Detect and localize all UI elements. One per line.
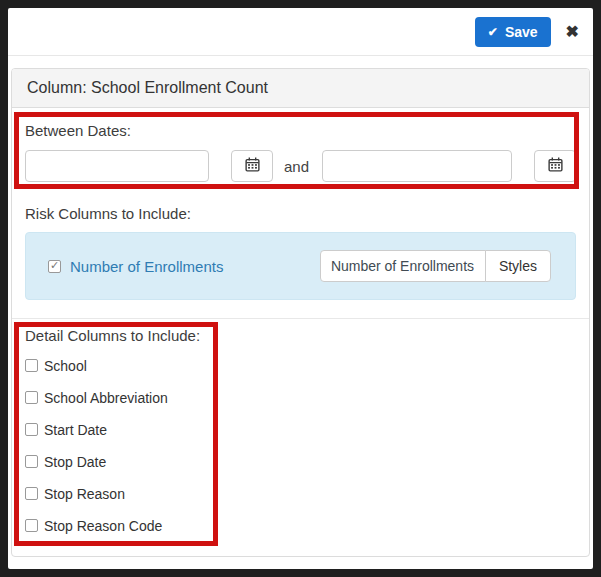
risk-columns-section: Risk Columns to Include: Number of Enrol…: [25, 205, 576, 300]
detail-columns-label: Detail Columns to Include:: [25, 327, 576, 344]
calendar-icon: [548, 157, 563, 175]
stop-date-checkbox[interactable]: [25, 455, 38, 468]
stop-reason-checkbox[interactable]: [25, 487, 38, 500]
stop-reason-label: Stop Reason: [44, 486, 125, 502]
detail-column-row[interactable]: Start Date: [25, 422, 576, 437]
number-of-enrollments-checkbox[interactable]: [48, 260, 61, 273]
school-checkbox[interactable]: [25, 359, 38, 372]
between-dates-section: Between Dates:: [25, 122, 576, 182]
styles-button[interactable]: Styles: [485, 250, 551, 282]
detail-column-row[interactable]: School: [25, 358, 576, 373]
stop-reason-code-checkbox[interactable]: [25, 519, 38, 532]
detail-column-row[interactable]: Stop Reason: [25, 486, 576, 501]
school-abbreviation-checkbox[interactable]: [25, 391, 38, 404]
close-icon[interactable]: ✖: [566, 24, 579, 40]
start-date-checkbox[interactable]: [25, 423, 38, 436]
detail-column-row[interactable]: Stop Reason Code: [25, 518, 576, 533]
save-button[interactable]: ✔ Save: [475, 17, 551, 47]
panel-body: Between Dates:: [12, 108, 589, 533]
section-divider: [12, 318, 589, 319]
school-abbreviation-label: School Abbreviation: [44, 390, 168, 406]
panel-heading: Column: School Enrollment Count: [12, 69, 589, 108]
end-date-calendar-button[interactable]: [534, 150, 576, 182]
between-dates-row: and: [25, 150, 576, 182]
modal-dialog: ✔ Save ✖ Column: School Enrollment Count…: [8, 8, 593, 569]
stop-reason-code-label: Stop Reason Code: [44, 518, 162, 534]
calendar-icon: [245, 157, 260, 175]
panel-title: Column: School Enrollment Count: [27, 79, 268, 97]
column-settings-panel: Column: School Enrollment Count Between …: [11, 68, 590, 557]
and-separator: and: [284, 158, 309, 175]
start-date-calendar-button[interactable]: [231, 150, 273, 182]
screen-backdrop: ✔ Save ✖ Column: School Enrollment Count…: [0, 0, 601, 577]
detail-column-row[interactable]: School Abbreviation: [25, 390, 576, 405]
risk-column-item[interactable]: Number of Enrollments: [48, 258, 223, 275]
stop-date-label: Stop Date: [44, 454, 106, 470]
check-icon: ✔: [488, 26, 498, 38]
risk-columns-label: Risk Columns to Include:: [25, 205, 576, 222]
risk-columns-well: Number of Enrollments Styles: [25, 232, 576, 300]
school-label: School: [44, 358, 87, 374]
save-button-label: Save: [505, 24, 538, 40]
end-date-input[interactable]: [322, 150, 512, 182]
number-of-enrollments-label: Number of Enrollments: [70, 258, 223, 275]
column-name-group: Styles: [320, 250, 551, 282]
detail-column-row[interactable]: Stop Date: [25, 454, 576, 469]
between-dates-label: Between Dates:: [25, 122, 576, 139]
start-date-input[interactable]: [25, 150, 209, 182]
detail-columns-section: Detail Columns to Include: School School…: [25, 327, 576, 533]
column-display-name-input[interactable]: [320, 250, 486, 282]
start-date-label: Start Date: [44, 422, 107, 438]
modal-header: ✔ Save ✖: [8, 8, 593, 56]
